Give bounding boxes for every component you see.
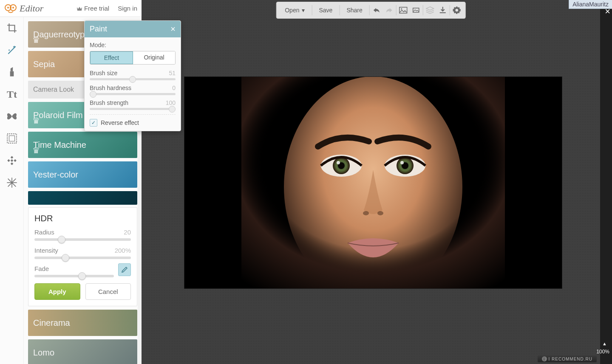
- hdr-radius-value: 20: [124, 229, 131, 236]
- paint-popover-header: Paint ×: [85, 21, 181, 37]
- watermark-text: I RECOMMEND.RU: [549, 357, 592, 361]
- texture-icon: [6, 155, 17, 166]
- brush-strength-value: 100: [166, 99, 176, 106]
- svg-rect-5: [7, 134, 17, 143]
- hdr-intensity-slider[interactable]: [34, 257, 131, 259]
- hdr-radius-slider[interactable]: [34, 238, 131, 241]
- frames-tool[interactable]: [0, 127, 24, 150]
- username-tag: AlianaMauritz: [569, 0, 612, 9]
- slider-thumb[interactable]: [129, 76, 136, 83]
- divider: [396, 5, 397, 15]
- slider-thumb[interactable]: [78, 272, 86, 280]
- app-header: Editor Free trial Sign in: [0, 0, 142, 17]
- save-button[interactable]: Save: [313, 2, 338, 18]
- slider-thumb[interactable]: [169, 106, 176, 113]
- svg-point-26: [377, 211, 383, 215]
- crop-tool[interactable]: [0, 17, 24, 39]
- reverse-effect-row[interactable]: ✓ Reverse effect: [90, 119, 176, 127]
- divider: [369, 5, 370, 15]
- touchup-tool[interactable]: [0, 61, 24, 83]
- right-bar: [600, 0, 612, 364]
- header-right: Free trial Sign in: [76, 5, 137, 12]
- zoom-up-icon[interactable]: ▲: [602, 341, 607, 346]
- paint-title: Paint: [90, 25, 107, 34]
- app-logo: Editor: [4, 3, 43, 14]
- paint-mode-button[interactable]: [118, 263, 131, 276]
- gear-icon: [453, 6, 461, 14]
- image-frame: [184, 76, 562, 289]
- portrait-image: [241, 76, 505, 289]
- effect-label: Lomo: [33, 348, 54, 358]
- monkey-logo-icon: [4, 3, 17, 14]
- magic-wand-icon: [6, 45, 17, 56]
- resize-button[interactable]: [397, 4, 409, 16]
- open-label: Open: [285, 7, 299, 14]
- apply-button[interactable]: Apply: [34, 283, 80, 300]
- sign-in-link[interactable]: Sign in: [118, 5, 137, 12]
- paint-mode-original[interactable]: Original: [133, 51, 175, 64]
- effect-tile-yester-color[interactable]: Yester-color: [28, 161, 137, 188]
- effect-tile-cinerama[interactable]: Cinerama: [28, 310, 137, 336]
- divider: [450, 5, 450, 15]
- effect-label: Sepia: [33, 59, 55, 69]
- textures-tool[interactable]: [0, 150, 24, 172]
- paint-close-button[interactable]: ×: [170, 24, 176, 34]
- zoom-level[interactable]: 100%: [596, 349, 609, 355]
- brush-hardness-slider[interactable]: [90, 93, 176, 95]
- brush-size-slider[interactable]: [90, 78, 176, 80]
- slider-thumb[interactable]: [62, 254, 69, 262]
- slider-thumb[interactable]: [58, 236, 65, 243]
- info-icon: i: [542, 356, 547, 361]
- effect-tile-lomo[interactable]: Lomo: [28, 339, 137, 364]
- paint-mode-effect[interactable]: Effect: [90, 51, 133, 65]
- free-trial-label: Free trial: [84, 5, 109, 12]
- hdr-fade-slider[interactable]: [34, 275, 114, 277]
- hdr-title: HDR: [34, 214, 131, 223]
- reverse-effect-label: Reverse effect: [101, 119, 139, 126]
- cancel-button[interactable]: Cancel: [85, 283, 131, 300]
- reverse-effect-checkbox[interactable]: ✓: [90, 119, 97, 127]
- redo-button[interactable]: [383, 4, 395, 16]
- divider: [423, 5, 423, 15]
- hdr-fade-label: Fade: [34, 265, 49, 272]
- free-trial-link[interactable]: Free trial: [76, 5, 109, 12]
- text-tool[interactable]: Tt: [0, 83, 24, 105]
- svg-point-21: [337, 161, 340, 164]
- overlays-tool[interactable]: [0, 105, 24, 127]
- settings-button[interactable]: [451, 4, 463, 16]
- snowflake-icon: [6, 177, 18, 189]
- effect-label: Time Machine: [33, 140, 86, 150]
- fit-button[interactable]: [410, 4, 422, 16]
- text-icon: Tt: [7, 89, 17, 100]
- layers-icon: [426, 6, 434, 14]
- open-button[interactable]: Open▾: [279, 2, 311, 18]
- svg-point-12: [401, 8, 402, 10]
- themes-tool[interactable]: [0, 172, 24, 194]
- brush-size-label: Brush size: [90, 70, 117, 76]
- share-button[interactable]: Share: [340, 2, 368, 18]
- svg-point-3: [12, 7, 14, 8]
- left-toolbar: Tt: [0, 17, 24, 364]
- hdr-fade-param: Fade64%: [34, 265, 131, 277]
- effect-tile-hdr-thumb: [28, 191, 137, 205]
- chevron-down-icon: ▾: [302, 7, 305, 14]
- brush-strength-slider[interactable]: [90, 108, 176, 110]
- canvas-area: Open▾ Save Share: [142, 0, 600, 364]
- svg-rect-11: [400, 7, 407, 13]
- sign-in-label: Sign in: [118, 5, 137, 12]
- effect-label: Polaroid Film: [33, 110, 83, 120]
- slider-thumb[interactable]: [90, 91, 96, 98]
- brush-strength-label: Brush strength: [90, 99, 128, 106]
- crown-icon: ♛: [32, 145, 40, 155]
- download-button[interactable]: [437, 4, 449, 16]
- divider: [312, 5, 312, 15]
- lipstick-icon: [7, 67, 17, 78]
- layers-button[interactable]: [424, 4, 436, 16]
- crown-icon: [76, 6, 82, 11]
- undo-button[interactable]: [371, 4, 382, 16]
- svg-rect-4: [10, 71, 14, 76]
- effect-tile-time-machine[interactable]: Time Machine♛: [28, 132, 137, 158]
- svg-rect-6: [9, 136, 15, 141]
- divider: [90, 114, 176, 115]
- effects-tool[interactable]: [0, 39, 24, 61]
